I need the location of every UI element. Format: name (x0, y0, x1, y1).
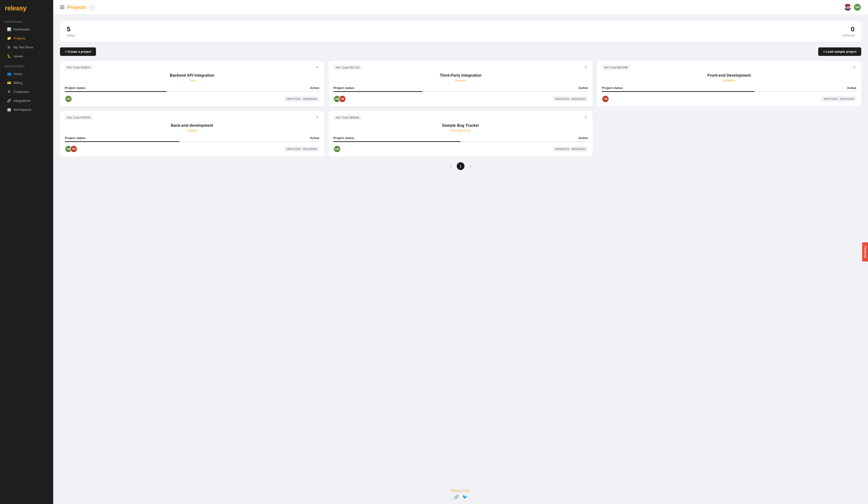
avatar: TM (602, 95, 609, 103)
logo-area: releasy (0, 0, 53, 16)
sidebar-item-label: Users (13, 72, 22, 76)
date-badge: 09/07/2023 - 09/14/2023 (822, 96, 856, 102)
sidebar-item-issues[interactable]: 🐛Issues (2, 52, 51, 61)
workspaces-icon: 🏢 (7, 107, 11, 112)
card-status-row: Project statusActive (65, 136, 319, 140)
card-company: Example Corp (333, 128, 588, 132)
sidebar-item-integrations[interactable]: 🔗Integrations (2, 96, 51, 105)
dashboard-icon: 📊 (7, 27, 11, 31)
sidebar-item-projects[interactable]: 📁Projects (2, 34, 51, 43)
progress-bar-fill (65, 91, 167, 92)
eye-icon[interactable]: 👁 (584, 65, 588, 70)
avatar: TM (339, 95, 346, 103)
sidebar-section-label: MANAGEMENT (0, 61, 53, 69)
card-status-label: Project status (65, 86, 85, 90)
sidebar-item-billing[interactable]: 💳Billing (2, 78, 51, 87)
eye-icon[interactable]: 👁 (584, 115, 588, 120)
header-left: Projects ? (60, 4, 94, 10)
card-status-row: Project statusActive (333, 86, 588, 90)
progress-bar-fill (65, 141, 179, 142)
sidebar-item-customize[interactable]: ⚙Customize (2, 87, 51, 96)
archived-stat: 0 Archived (842, 25, 855, 37)
menu-icon[interactable] (60, 6, 64, 9)
card-ref-row: Ref. Code FEC71A👁 (333, 65, 588, 70)
page-1-button[interactable]: 1 (457, 162, 464, 170)
integrations-icon: 🔗 (7, 99, 11, 103)
eye-icon[interactable]: 👁 (852, 65, 856, 70)
ref-badge: Ref. Code S58A74 (65, 65, 93, 70)
project-card[interactable]: Ref. Code S58A74👁Backend API Integration… (60, 61, 324, 106)
header: Projects ? 🇺🇸 SM (53, 0, 868, 15)
sidebar-item-label: Workspaces (13, 108, 31, 112)
sidebar-item-users[interactable]: 👥Users (2, 69, 51, 78)
card-status-value: Active (310, 136, 319, 140)
link-icon[interactable]: 🔗 (454, 494, 459, 500)
project-card[interactable]: Ref. Code 384DA6👁Sample Bug TrackerExamp… (329, 111, 593, 156)
card-status-label: Project status (602, 86, 623, 90)
avatar: TM (70, 145, 78, 153)
sidebar-item-label: Dashboard (13, 28, 30, 31)
footer: Releasy Corp. 🔗 🐦 (53, 484, 868, 504)
sidebar-item-label: Issues (13, 54, 23, 58)
twitter-icon[interactable]: 🐦 (462, 494, 468, 500)
archived-label: Archived (842, 34, 855, 37)
card-title: Back-end development (65, 123, 319, 128)
eye-icon[interactable]: 👁 (316, 65, 319, 70)
card-status-label: Project status (65, 136, 85, 140)
sidebar-item-label: My Test Runs (13, 45, 33, 49)
sidebar-item-label: Customize (13, 90, 29, 94)
sidebar-section-label: DASHBOARD (0, 16, 53, 25)
sidebar: releasy DASHBOARD📊Dashboard📁Projects⊞My … (0, 0, 53, 504)
active-label: Active (67, 34, 75, 37)
ref-badge: Ref. Code F097D6 (65, 115, 93, 120)
prev-page-button[interactable]: ‹ (447, 162, 455, 170)
card-status-label: Project status (333, 86, 354, 90)
avatar[interactable]: SM (854, 3, 861, 11)
issues-icon: 🐛 (7, 54, 11, 58)
project-card[interactable]: Ref. Code BF979B👁Front-end DevelopmentWi… (597, 61, 861, 106)
progress-bar (65, 91, 319, 92)
help-icon[interactable]: ? (89, 5, 94, 10)
avatars-group: SM (65, 95, 70, 103)
action-bar: + Create a project + Load sample project (60, 48, 861, 56)
card-ref-row: Ref. Code 384DA6👁 (333, 115, 588, 120)
users-icon: 👥 (7, 72, 11, 76)
card-status-label: Project status (333, 136, 354, 140)
projects-grid: Ref. Code S58A74👁Backend API Integration… (60, 61, 861, 156)
sidebar-item-workspaces[interactable]: 🏢Workspaces (2, 105, 51, 114)
date-badge: 09/06/2023 - 08/06/2024 (553, 146, 588, 152)
card-status-value: Active (310, 86, 319, 90)
next-page-button[interactable]: › (466, 162, 474, 170)
card-company: Wizeline (602, 79, 856, 82)
card-title: Front-end Development (602, 73, 856, 78)
card-title: Third-Party Integration (333, 73, 588, 78)
customize-icon: ⚙ (7, 90, 11, 94)
date-badge: 09/07/2023 - 09/09/2023 (284, 96, 319, 102)
avatars-group: TM (602, 95, 607, 103)
date-badge: 09/07/2023 - 09/09/2023 (553, 96, 588, 102)
avatar: SM (333, 145, 341, 153)
project-card[interactable]: Ref. Code F097D6👁Back-end developmentPay… (60, 111, 324, 156)
project-card[interactable]: Ref. Code FEC71A👁Third-Party Integration… (329, 61, 593, 106)
tutorial-tab[interactable]: Tutorial (862, 242, 868, 261)
sidebar-item-my-test-runs[interactable]: ⊞My Test Runs (2, 43, 51, 52)
stats-card: 5 Active 0 Archived (60, 21, 861, 42)
ref-badge: Ref. Code FEC71A (333, 65, 362, 70)
card-status-value: Active (578, 86, 588, 90)
sidebar-item-label: Integrations (13, 99, 31, 103)
sidebar-item-label: Projects (13, 37, 25, 40)
progress-bar-fill (333, 91, 422, 92)
card-company: Paypal (65, 128, 319, 132)
create-project-button[interactable]: + Create a project (60, 48, 96, 56)
load-sample-button[interactable]: + Load sample project (818, 48, 861, 56)
content-area: 5 Active 0 Archived + Create a project +… (53, 15, 868, 484)
card-ref-row: Ref. Code S58A74👁 (65, 65, 319, 70)
sidebar-item-dashboard[interactable]: 📊Dashboard (2, 25, 51, 34)
my-test-runs-icon: ⊞ (7, 45, 11, 49)
ref-badge: Ref. Code BF979B (602, 65, 630, 70)
eye-icon[interactable]: 👁 (316, 115, 319, 120)
date-badge: 09/07/2023 - 09/13/2023 (284, 146, 319, 152)
progress-bar (333, 141, 588, 142)
card-status-row: Project statusActive (602, 86, 856, 90)
card-company: Tivix (65, 79, 319, 82)
